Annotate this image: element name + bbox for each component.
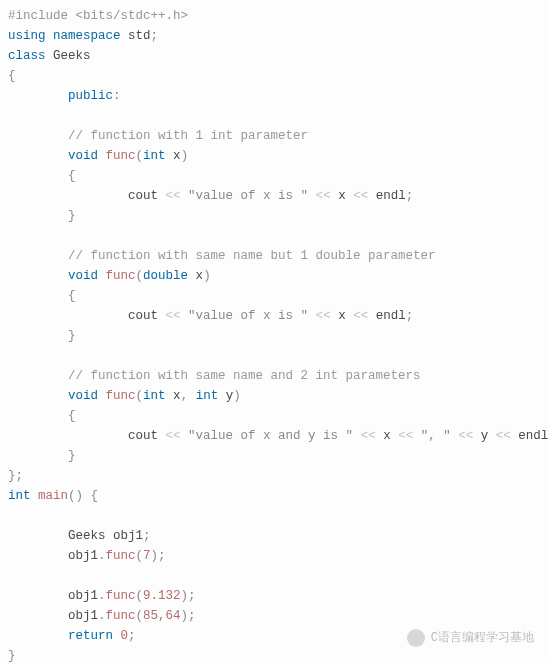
fn-func-1: func (106, 149, 136, 163)
comment-3: // function with same name and 2 int par… (68, 369, 421, 383)
var-obj1-b: obj1 (68, 589, 98, 603)
type-int-3a: int (143, 389, 166, 403)
comment-1: // function with 1 int parameter (68, 129, 308, 143)
str-2: "value of x is " (188, 309, 308, 323)
kw-void-1: void (68, 149, 98, 163)
cout-2: cout (128, 309, 158, 323)
fn-main: main (38, 489, 68, 503)
type-int-3b: int (196, 389, 219, 403)
watermark: C语言编程学习基地 (407, 628, 534, 648)
header-name: <bits/stdc++.h> (76, 9, 189, 23)
var-x-2: x (338, 309, 346, 323)
endl-1: endl (376, 189, 406, 203)
param-x-1: x (173, 149, 181, 163)
param-x-2: x (196, 269, 204, 283)
arg-a: 7 (143, 549, 151, 563)
call-func-a: func (106, 549, 136, 563)
type-double-2: double (143, 269, 188, 283)
arg-b: 9.132 (143, 589, 181, 603)
call-func-b: func (106, 589, 136, 603)
type-geeks: Geeks (68, 529, 106, 543)
endl-3: endl (518, 429, 548, 443)
var-obj1-decl: obj1 (113, 529, 143, 543)
comment-2: // function with same name but 1 double … (68, 249, 436, 263)
ns-std: std (128, 29, 151, 43)
var-obj1-c: obj1 (68, 609, 98, 623)
return-val: 0 (121, 629, 129, 643)
var-x-1: x (338, 189, 346, 203)
type-int-main: int (8, 489, 31, 503)
endl-2: endl (376, 309, 406, 323)
param-x-3: x (173, 389, 181, 403)
var-y-3: y (481, 429, 489, 443)
kw-void-3: void (68, 389, 98, 403)
kw-public: public (68, 89, 113, 103)
var-x-3: x (383, 429, 391, 443)
kw-return: return (68, 629, 113, 643)
var-obj1-a: obj1 (68, 549, 98, 563)
fn-func-3: func (106, 389, 136, 403)
kw-using: using (8, 29, 46, 43)
str-3a: "value of x and y is " (188, 429, 353, 443)
preproc-include: #include (8, 9, 68, 23)
class-name: Geeks (53, 49, 91, 63)
kw-namespace: namespace (53, 29, 121, 43)
type-int-1: int (143, 149, 166, 163)
kw-class: class (8, 49, 46, 63)
fn-func-2: func (106, 269, 136, 283)
code-block: #include <bits/stdc++.h> using namespace… (8, 6, 542, 663)
str-1: "value of x is " (188, 189, 308, 203)
cout-3: cout (128, 429, 158, 443)
call-func-c: func (106, 609, 136, 623)
cout-1: cout (128, 189, 158, 203)
str-3b: ", " (421, 429, 451, 443)
watermark-icon (407, 629, 425, 647)
kw-void-2: void (68, 269, 98, 283)
arg-c: 85,64 (143, 609, 181, 623)
watermark-text: C语言编程学习基地 (431, 628, 534, 648)
